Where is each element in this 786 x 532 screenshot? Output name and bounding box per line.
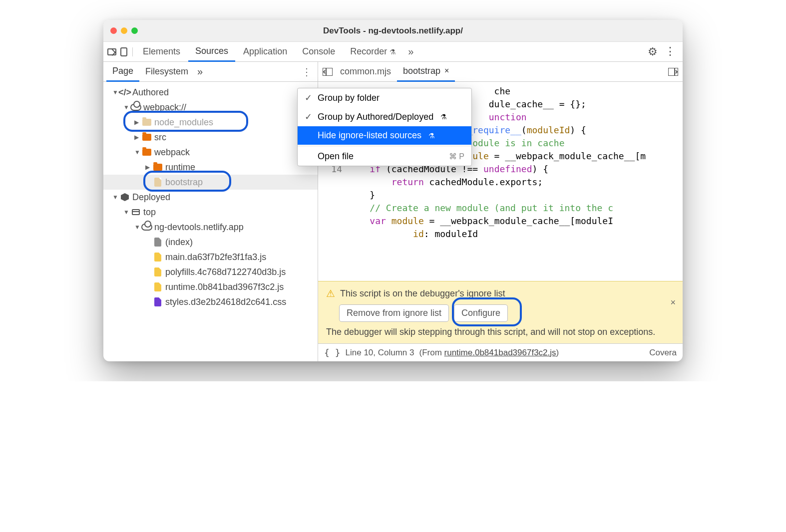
tree-file-polyfills[interactable]: polyfills.4c768d7122740d3b.js <box>103 265 318 279</box>
status-bar: { } Line 10, Column 3 (From runtime.0b84… <box>318 343 683 361</box>
infobar-message: This script is on the debugger's ignore … <box>340 288 505 299</box>
settings-icon[interactable]: ⚙ <box>648 45 658 58</box>
tree-top[interactable]: ▼top <box>103 205 318 220</box>
menu-icon[interactable]: ⋮ <box>665 45 676 58</box>
shortcut-label: ⌘ P <box>449 152 464 161</box>
close-infobar-icon[interactable]: × <box>670 297 676 308</box>
file-tree: ▼</>Authored ▼webpack:// ▶node_modules ▶… <box>103 82 318 361</box>
tab-application[interactable]: Application <box>236 42 294 61</box>
tab-elements[interactable]: Elements <box>136 42 187 61</box>
tree-runtime[interactable]: ▶runtime <box>103 160 318 175</box>
tree-webpack-folder[interactable]: ▼webpack <box>103 145 318 160</box>
flask-icon: ⚗ <box>428 132 435 140</box>
navigator-context-menu: ✓Group by folder ✓Group by Authored/Depl… <box>297 88 472 166</box>
tree-file-main[interactable]: main.da63f7b2fe3f1fa3.js <box>103 250 318 265</box>
tree-bootstrap[interactable]: bootstrap <box>103 175 318 190</box>
main-toolbar: Elements Sources Application Console Rec… <box>103 42 683 62</box>
tree-node-modules[interactable]: ▶node_modules <box>103 115 318 130</box>
tab-recorder[interactable]: Recorder ⚗ <box>343 42 403 61</box>
cloud-icon <box>141 224 152 231</box>
tree-file-styles[interactable]: styles.d3e2b24618d2c641.css <box>103 294 318 309</box>
menu-hide-ignore-listed[interactable]: Hide ignore-listed sources⚗ <box>298 126 471 145</box>
maximize-window-button[interactable] <box>131 27 138 34</box>
window-controls <box>110 27 138 34</box>
menu-separator <box>298 146 471 146</box>
file-icon <box>154 267 161 276</box>
tree-file-runtime[interactable]: runtime.0b841bad3967f3c2.js <box>103 279 318 294</box>
tree-authored[interactable]: ▼</>Authored <box>103 85 318 100</box>
close-tab-icon[interactable]: × <box>444 66 449 75</box>
filetab-common[interactable]: common.mjs <box>334 62 397 81</box>
menu-group-by-folder[interactable]: ✓Group by folder <box>298 88 471 107</box>
ignore-list-infobar: ⚠This script is on the debugger's ignore… <box>318 281 683 343</box>
menu-group-by-authored[interactable]: ✓Group by Authored/Deployed⚗ <box>298 107 471 126</box>
navigator-sidebar: Page Filesystem » ⋮ ▼</>Authored ▼webpac… <box>103 62 318 361</box>
folder-icon <box>153 164 162 171</box>
menu-open-file[interactable]: Open file⌘ P <box>298 147 471 166</box>
more-tabs-chevron[interactable]: » <box>404 46 417 57</box>
file-icon <box>154 297 161 306</box>
warning-icon: ⚠ <box>326 287 335 299</box>
flask-icon: ⚗ <box>390 48 396 56</box>
coverage-label: Covera <box>649 348 677 358</box>
navigator-menu-icon[interactable]: ⋮ <box>299 66 315 78</box>
configure-button[interactable]: Configure <box>454 304 508 322</box>
infobar-footer: The debugger will skip stepping through … <box>326 327 675 337</box>
frame-icon <box>132 209 140 215</box>
tree-src[interactable]: ▶src <box>103 130 318 145</box>
toggle-navigator-icon[interactable] <box>321 68 334 76</box>
more-sidetabs-chevron[interactable]: » <box>197 66 203 77</box>
tree-webpack-root[interactable]: ▼webpack:// <box>103 100 318 115</box>
sidetab-page[interactable]: Page <box>106 62 139 82</box>
file-icon <box>154 253 161 262</box>
navigator-tabs: Page Filesystem » ⋮ <box>103 62 318 82</box>
tab-sources[interactable]: Sources <box>188 42 235 62</box>
tree-host[interactable]: ▼ng-devtools.netlify.app <box>103 220 318 235</box>
folder-icon <box>142 149 151 156</box>
file-icon <box>154 238 161 247</box>
file-icon <box>154 178 161 187</box>
folder-icon <box>142 134 151 141</box>
tab-console[interactable]: Console <box>295 42 342 61</box>
tree-deployed[interactable]: ▼Deployed <box>103 190 318 205</box>
file-icon <box>154 282 161 291</box>
cube-icon <box>121 193 129 201</box>
cloud-icon <box>130 104 141 111</box>
window-title: DevTools - ng-devtools.netlify.app/ <box>103 26 683 36</box>
sidetab-filesystem[interactable]: Filesystem <box>139 62 194 81</box>
minimize-window-button[interactable] <box>121 27 127 34</box>
source-link[interactable]: runtime.0b841bad3967f3c2.js <box>444 348 556 357</box>
toggle-debugger-icon[interactable] <box>667 68 680 76</box>
flask-icon: ⚗ <box>440 113 447 121</box>
tree-file-index[interactable]: (index) <box>103 235 318 250</box>
devtools-window: DevTools - ng-devtools.netlify.app/ Elem… <box>103 20 683 361</box>
remove-from-ignore-button[interactable]: Remove from ignore list <box>339 304 449 322</box>
inspect-icon[interactable] <box>107 48 116 55</box>
cursor-position: Line 10, Column 3 <box>346 348 414 358</box>
folder-icon <box>142 119 151 126</box>
pretty-print-icon[interactable]: { } <box>324 347 341 358</box>
editor-pane: common.mjs bootstrap× 5 6 7 8 9 10 11 12… <box>318 62 683 361</box>
close-window-button[interactable] <box>110 27 117 34</box>
filetab-bootstrap[interactable]: bootstrap× <box>397 62 455 82</box>
titlebar: DevTools - ng-devtools.netlify.app/ <box>103 20 683 42</box>
device-toolbar-icon[interactable] <box>120 47 127 56</box>
